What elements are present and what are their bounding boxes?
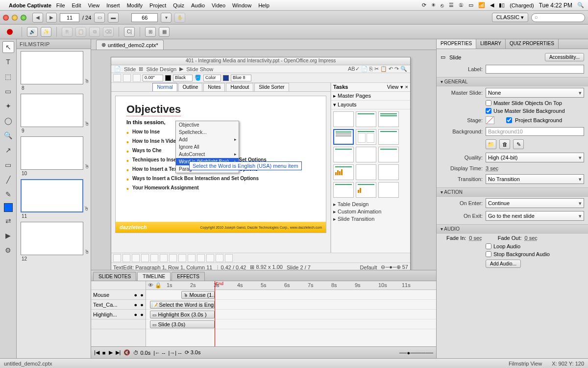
tab-slide-notes[interactable]: SLIDE NOTES <box>93 272 136 281</box>
layout-thumb[interactable] <box>356 111 376 127</box>
close-window[interactable] <box>3 15 9 21</box>
chk-master-objects[interactable] <box>486 100 491 106</box>
tasks-master[interactable]: ▸ Master Pages <box>331 92 410 101</box>
stop-button[interactable]: ■ <box>102 350 106 356</box>
widget-tool[interactable]: ⚙ <box>2 244 14 256</box>
wifi-icon[interactable]: 📶 <box>478 2 485 8</box>
clock[interactable]: Tue 4:22 PM <box>539 2 572 9</box>
section-general[interactable]: GENERAL <box>437 77 588 86</box>
track-slide[interactable] <box>91 319 146 329</box>
view-mode-1[interactable]: ▭ <box>94 13 105 23</box>
display-icon[interactable]: ▭ <box>468 2 473 8</box>
layout-thumb[interactable] <box>333 147 354 162</box>
layout-thumb[interactable] <box>356 129 376 145</box>
menu-file[interactable]: File <box>56 2 65 8</box>
record-button[interactable] <box>7 29 13 35</box>
view-mode-2[interactable]: ▬ <box>108 13 119 23</box>
layout-thumb[interactable] <box>356 182 376 198</box>
draw-tool[interactable] <box>122 254 130 262</box>
imp-btn[interactable] <box>123 74 131 82</box>
hand-tool[interactable]: ✋ <box>174 13 185 23</box>
tab-notes[interactable]: Notes <box>203 83 225 91</box>
imp-btn[interactable] <box>113 74 121 82</box>
accessibility-button[interactable]: Accessibility... <box>545 53 584 61</box>
draw-tool[interactable] <box>197 254 205 262</box>
fadein-value[interactable]: 0 sec <box>469 235 482 241</box>
quality-select[interactable]: High (24-bit) <box>486 153 584 162</box>
menu-project[interactable]: Project <box>149 2 166 8</box>
tab-sorter[interactable]: Slide Sorter <box>254 83 289 91</box>
search-field[interactable]: ⌕ <box>531 13 585 22</box>
tab-outline[interactable]: Outline <box>178 83 203 91</box>
draw-tool[interactable] <box>216 254 223 262</box>
menu-view[interactable]: View <box>88 2 100 8</box>
grid-button[interactable]: ⊞ <box>145 27 156 37</box>
tab-timeline[interactable]: TIMELINE <box>137 272 171 281</box>
color-black-sw[interactable] <box>165 75 171 81</box>
filmstrip-thumb[interactable]: 🖱 <box>21 94 83 127</box>
tab-handout[interactable]: Handout <box>226 83 253 91</box>
app-name[interactable]: Adobe Captivate <box>9 2 51 8</box>
label-field[interactable] <box>486 65 584 74</box>
track-text[interactable]: Text_Ca...● ● <box>91 300 146 310</box>
mouse-tool[interactable]: ↗ <box>2 144 14 156</box>
chk-use-master-bg[interactable] <box>486 108 491 114</box>
folder-icon[interactable]: 📁 <box>486 139 496 149</box>
zoom-slider[interactable]: ──●────── <box>399 350 433 356</box>
zoom-field[interactable] <box>131 13 158 22</box>
snap-button[interactable]: ▦ <box>159 27 170 37</box>
draw-tool[interactable] <box>150 254 158 262</box>
clip-mouse[interactable]: 🖱 Mouse (1.... <box>181 291 215 299</box>
onenter-select[interactable]: Continue <box>486 198 584 208</box>
clip-highlight[interactable]: ▭ Highlight Box (3.0s ) <box>150 311 215 318</box>
color-blue[interactable]: Blue 8 <box>231 75 251 81</box>
draw-tool[interactable] <box>113 254 121 262</box>
tab-properties[interactable]: PROPERTIES <box>437 39 476 49</box>
zoom-window[interactable] <box>21 15 26 21</box>
stage-color[interactable] <box>486 116 494 124</box>
tab-library[interactable]: LIBRARY <box>476 39 506 49</box>
timeline-ruler-area[interactable]: 👁 🔒 1s2s3s4s5s6s7s8s9s10s11s 🖱 Mouse (1.… <box>146 281 436 346</box>
layout-thumb[interactable] <box>356 147 376 162</box>
text-tool[interactable]: T <box>2 56 14 68</box>
tasks-view[interactable]: View ▾ <box>387 84 403 90</box>
draw-tool[interactable] <box>169 254 177 262</box>
layout-thumb[interactable] <box>378 129 399 145</box>
filmstrip-thumb[interactable]: 🖱 <box>21 222 83 255</box>
draw-tool[interactable] <box>178 254 186 262</box>
caption-tool[interactable]: ⬚ <box>2 71 14 82</box>
highlight-tool[interactable]: ▭ <box>2 85 14 97</box>
draw-tool[interactable] <box>141 254 149 262</box>
draw-tool[interactable] <box>160 254 168 262</box>
copy-button[interactable]: ⎘ <box>62 27 73 37</box>
play-button[interactable]: ▶ <box>109 349 113 356</box>
layout-thumb[interactable] <box>378 182 399 198</box>
filmstrip-thumb[interactable]: 🖱 <box>21 136 83 170</box>
zoom-tool[interactable]: 🔍 <box>2 130 14 141</box>
rollover-tool[interactable]: ◯ <box>2 115 14 127</box>
minimize-window[interactable] <box>12 15 18 21</box>
edit-icon[interactable]: ✎ <box>513 139 524 149</box>
zoom-val[interactable]: 0.00" <box>143 75 163 81</box>
imp-btn[interactable] <box>133 74 141 82</box>
time-marker-1[interactable]: |← -- <box>153 350 165 356</box>
spotlight-icon[interactable]: 🔍 <box>577 2 584 8</box>
status-icon-2[interactable]: ☰ <box>449 2 454 8</box>
layout-thumb[interactable] <box>356 164 376 180</box>
track-highlight[interactable]: Highligh...● ● <box>91 310 146 319</box>
status-icon-1[interactable]: ⎋ <box>441 2 444 8</box>
menu-quiz[interactable]: Quiz <box>173 2 184 8</box>
layout-thumb-selected[interactable] <box>333 129 354 145</box>
filmstrip-thumb-selected[interactable]: 🖱 <box>21 179 83 212</box>
onexit-select[interactable]: Go to the next slide <box>486 211 584 221</box>
clip-slide[interactable]: ▭ Slide (3.0s) <box>150 320 215 328</box>
trash-icon[interactable]: 🗑 <box>499 139 510 149</box>
dup-button[interactable]: ⧉ <box>89 27 100 37</box>
disptime-value[interactable]: 3 sec <box>486 165 498 171</box>
clock-icon[interactable]: ① <box>459 2 464 8</box>
pencil-tool[interactable]: ✎ <box>2 188 14 200</box>
menu-window[interactable]: Window <box>232 2 251 8</box>
layout-thumb[interactable] <box>333 111 354 127</box>
color-blue-sw[interactable] <box>223 75 229 81</box>
caption-button[interactable]: C| <box>124 27 135 37</box>
